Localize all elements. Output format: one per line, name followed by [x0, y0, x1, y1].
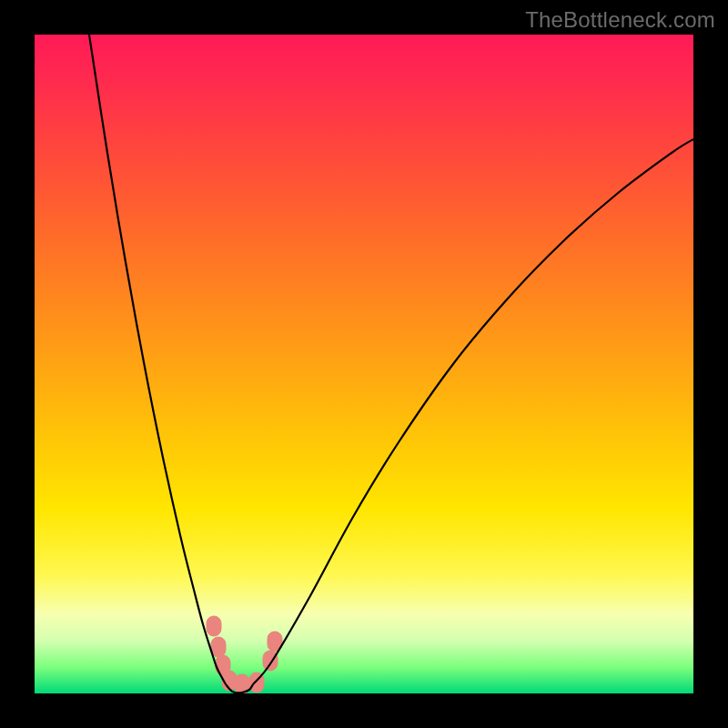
chart-overlay	[35, 35, 693, 693]
marker-group	[207, 616, 282, 693]
marker-point	[207, 616, 221, 636]
credit-label: TheBottleneck.com	[525, 7, 715, 33]
outer-frame: TheBottleneck.com	[0, 0, 728, 728]
marker-point	[211, 637, 226, 657]
curve-left-branch	[89, 35, 226, 684]
curve-right-branch	[253, 139, 693, 684]
marker-point	[263, 651, 278, 671]
plot-area	[35, 35, 693, 693]
